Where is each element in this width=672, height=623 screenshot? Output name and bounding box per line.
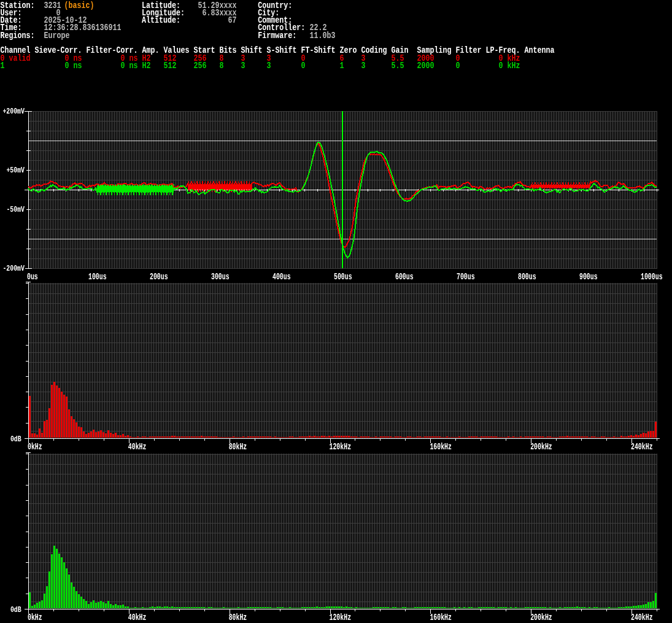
svg-text:0us: 0us <box>27 272 38 282</box>
svg-text:120kHz: 120kHz <box>330 442 352 452</box>
svg-text:200kHz: 200kHz <box>530 613 552 623</box>
svg-text:200kHz: 200kHz <box>530 442 552 452</box>
svg-text:600us: 600us <box>395 272 414 282</box>
svg-text:-200mV: -200mV <box>2 264 25 273</box>
svg-text:Altitude:: Altitude: <box>142 15 180 25</box>
svg-text:Regions:: Regions: <box>1 31 35 41</box>
svg-text:500us: 500us <box>334 272 352 282</box>
svg-text:+50mV: +50mV <box>6 166 25 175</box>
svg-text:0kHz: 0kHz <box>28 613 42 623</box>
svg-text:240kHz: 240kHz <box>631 613 653 623</box>
svg-text:800us: 800us <box>518 272 536 282</box>
svg-text:40kHz: 40kHz <box>128 613 147 623</box>
svg-text:700us: 700us <box>457 272 475 282</box>
svg-text:80kHz: 80kHz <box>229 442 247 452</box>
svg-text:0dB: 0dB <box>10 435 21 444</box>
svg-text:Europe: Europe <box>44 31 70 41</box>
svg-text:1000us: 1000us <box>641 272 663 282</box>
svg-text:40kHz: 40kHz <box>128 442 147 452</box>
svg-text:-50mV: -50mV <box>6 205 25 214</box>
svg-text:11.0b3: 11.0b3 <box>309 31 335 41</box>
svg-text:900us: 900us <box>579 272 598 282</box>
svg-text:160kHz: 160kHz <box>430 613 452 623</box>
svg-text:Firmware:: Firmware: <box>258 31 296 41</box>
svg-text:0dB: 0dB <box>10 605 21 614</box>
svg-text:300us: 300us <box>211 272 230 282</box>
svg-text:67: 67 <box>228 15 237 25</box>
svg-text:400us: 400us <box>272 272 291 282</box>
svg-text:+200mV: +200mV <box>2 107 25 116</box>
svg-text:160kHz: 160kHz <box>430 442 452 452</box>
svg-text:0kHz: 0kHz <box>28 442 42 452</box>
svg-text:1 0 ns 0: 1 0 ns 0 ns H2 512 256 8 3 3 0 1 3 5.5 2… <box>1 61 520 71</box>
svg-text:240kHz: 240kHz <box>631 442 653 452</box>
svg-text:120kHz: 120kHz <box>330 613 352 623</box>
svg-text:80kHz: 80kHz <box>229 613 247 623</box>
svg-text:(basic): (basic) <box>64 1 95 10</box>
svg-text:100us: 100us <box>88 272 107 282</box>
svg-text:200us: 200us <box>150 272 168 282</box>
